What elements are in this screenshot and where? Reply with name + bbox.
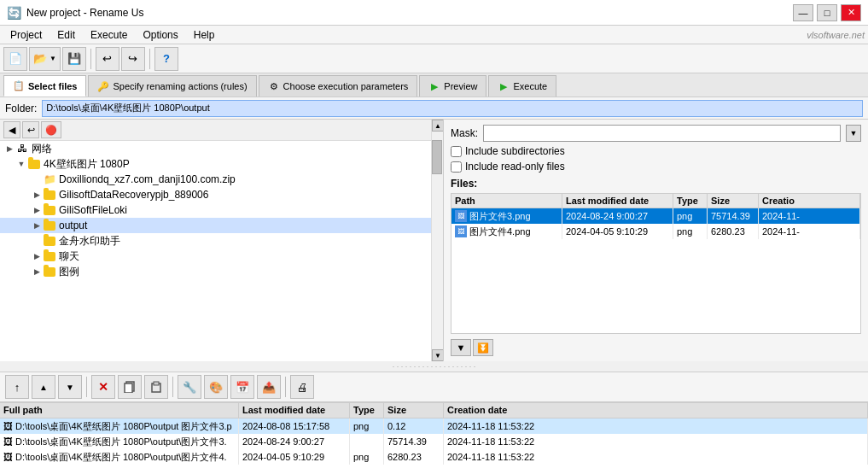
tree-item-output[interactable]: ▶ output bbox=[0, 218, 431, 233]
scroll-down-btn[interactable]: ▼ bbox=[432, 349, 444, 361]
menu-execute[interactable]: Execute bbox=[84, 27, 134, 43]
folder-input[interactable] bbox=[42, 100, 863, 117]
undo-btn[interactable]: ↩ bbox=[96, 47, 119, 71]
menu-edit[interactable]: Edit bbox=[50, 27, 82, 43]
results-body: 🖼 D:\tools\桌面\4K壁纸图片 1080P\output 图片文件3.… bbox=[0, 418, 868, 474]
scroll-thumb[interactable] bbox=[432, 140, 442, 174]
tree-item-gilis2[interactable]: ▶ GiliSoftFileLoki bbox=[0, 202, 431, 218]
result-path-2: 🖼 D:\tools\桌面\4K壁纸图片 1080P\output\图片文件4. bbox=[0, 449, 239, 465]
tree-item-examples[interactable]: ▶ 图例 bbox=[0, 264, 431, 279]
tab-preview-label: Preview bbox=[444, 81, 477, 91]
right-pane: Mask: ▼ Include subdirectories Include r… bbox=[444, 120, 868, 361]
results-col-path: Full path bbox=[0, 403, 239, 418]
folder-chat-icon bbox=[43, 249, 56, 263]
files-col-size: Size bbox=[708, 194, 759, 208]
btn-up[interactable]: ↑ bbox=[5, 375, 29, 399]
nav-arrow-down-end[interactable]: ⏬ bbox=[473, 339, 493, 356]
mask-dropdown[interactable]: ▼ bbox=[846, 125, 861, 142]
result-path-0: 🖼 D:\tools\桌面\4K壁纸图片 1080P\output 图片文件3.… bbox=[0, 418, 239, 434]
svg-rect-1 bbox=[125, 383, 132, 393]
scroll-track[interactable] bbox=[432, 132, 443, 349]
drag-handle[interactable]: · · · · · · · · · · · · · · · · · · · · bbox=[0, 361, 868, 372]
btn-up-small[interactable]: ▲ bbox=[32, 375, 55, 399]
open-btn[interactable]: 📂 ▼ bbox=[29, 47, 61, 71]
folder-label: Folder: bbox=[5, 102, 37, 114]
redo-btn[interactable]: ↪ bbox=[121, 47, 145, 71]
result-size-1: 75714.39 bbox=[384, 434, 444, 449]
file-size-0: 75714.39 bbox=[708, 208, 759, 224]
bottom-toolbar: ↑ ▲ ▼ ✕ 🔧 🎨 📅 📤 🖨 bbox=[0, 372, 868, 402]
file-creation-0: 2024-11- bbox=[759, 208, 860, 224]
files-table: Path Last modified date Type Size Creati… bbox=[451, 193, 861, 334]
tab-rename-actions[interactable]: 🔑 Specify renaming actions (rules) bbox=[88, 75, 256, 97]
scroll-up-btn[interactable]: ▲ bbox=[432, 120, 444, 132]
file-path-1: 🖼 图片文件4.png bbox=[451, 224, 562, 239]
tab-execute[interactable]: ▶ Execute bbox=[488, 75, 556, 97]
minimize-button[interactable]: — bbox=[793, 4, 813, 21]
mask-row: Mask: ▼ bbox=[451, 125, 861, 142]
btn-print[interactable]: 🖨 bbox=[290, 375, 314, 399]
tree-label-watermark: 金舟水印助手 bbox=[59, 234, 120, 249]
btn-action3[interactable]: 📅 bbox=[230, 375, 254, 399]
include-subdirs-checkbox[interactable] bbox=[451, 146, 462, 157]
tab-rename-actions-label: Specify renaming actions (rules) bbox=[113, 81, 247, 91]
results-row-1[interactable]: 🖼 D:\tools\桌面\4K壁纸图片 1080P\output\图片文件3.… bbox=[0, 434, 868, 449]
tree-scrollbar[interactable]: ▲ ▼ bbox=[431, 120, 443, 361]
file-tree[interactable]: ◀ ↩ 🔴 ▶ 🖧 网络 ▼ 4K壁纸图片 1080P bbox=[0, 120, 431, 361]
include-readonly-checkbox[interactable] bbox=[451, 161, 462, 173]
results-row-0[interactable]: 🖼 D:\tools\桌面\4K壁纸图片 1080P\output 图片文件3.… bbox=[0, 418, 868, 434]
tree-nav-left[interactable]: ◀ bbox=[3, 121, 20, 138]
folder-watermark-icon bbox=[43, 234, 56, 248]
nav-arrow-down[interactable]: ▼ bbox=[451, 339, 471, 356]
maximize-button[interactable]: □ bbox=[817, 4, 837, 21]
tree-item-network[interactable]: ▶ 🖧 网络 bbox=[0, 141, 431, 156]
tab-preview[interactable]: ▶ Preview bbox=[419, 75, 486, 97]
btm-sep3 bbox=[285, 377, 286, 397]
files-col-type: Type bbox=[673, 194, 708, 208]
toolbar: 📄 📂 ▼ 💾 ↩ ↪ ? bbox=[0, 44, 868, 73]
title-bar: 🔄 New project - Rename Us — □ ✕ bbox=[0, 0, 868, 26]
main-area: ◀ ↩ 🔴 ▶ 🖧 网络 ▼ 4K壁纸图片 1080P bbox=[0, 120, 868, 361]
result-type-1 bbox=[350, 434, 384, 449]
menu-options[interactable]: Options bbox=[136, 27, 184, 43]
file-size-1: 6280.23 bbox=[708, 224, 759, 239]
tab-select-files[interactable]: 📋 Select files bbox=[3, 75, 86, 97]
menu-project[interactable]: Project bbox=[3, 27, 49, 43]
btn-copy[interactable] bbox=[118, 375, 142, 399]
tree-nav-back[interactable]: ↩ bbox=[22, 121, 39, 138]
tree-item-zip[interactable]: ▶ 📁 Doxilliondq_xz7.com_danji100.com.zip bbox=[0, 172, 431, 187]
mask-input[interactable] bbox=[483, 125, 841, 142]
tree-item-watermark[interactable]: ▶ 金舟水印助手 bbox=[0, 233, 431, 249]
menu-help[interactable]: Help bbox=[187, 27, 222, 43]
subdirs-row: Include subdirectories bbox=[451, 145, 861, 157]
btn-action2[interactable]: 🎨 bbox=[204, 375, 228, 399]
btn-action1[interactable]: 🔧 bbox=[178, 375, 201, 399]
tree-arrow-network: ▶ bbox=[3, 143, 15, 155]
new-btn[interactable]: 📄 bbox=[3, 47, 27, 71]
tree-item-4k[interactable]: ▼ 4K壁纸图片 1080P bbox=[0, 156, 431, 172]
folder-gilis2-icon bbox=[43, 203, 56, 217]
preview-icon: ▶ bbox=[428, 80, 440, 92]
btn-paste[interactable] bbox=[144, 375, 168, 399]
close-button[interactable]: ✕ bbox=[841, 4, 861, 21]
mask-label: Mask: bbox=[451, 127, 478, 139]
tab-execution-params[interactable]: ⚙ Choose execution parameters bbox=[259, 75, 418, 97]
files-row-0[interactable]: 🖼 图片文件3.png 2024-08-24 9:00:27 png 75714… bbox=[451, 208, 860, 224]
btn-remove[interactable]: ✕ bbox=[91, 375, 115, 399]
file-type-1: png bbox=[673, 224, 708, 239]
btn-down-small[interactable]: ▼ bbox=[58, 375, 82, 399]
results-col-type: Type bbox=[350, 403, 384, 418]
tree-item-chat[interactable]: ▶ 聊天 bbox=[0, 249, 431, 264]
tree-item-gilis1[interactable]: ▶ GilisoftDataRecoverypjb_889006 bbox=[0, 187, 431, 202]
help-btn[interactable]: ? bbox=[154, 47, 178, 71]
tree-label-chat: 聊天 bbox=[59, 249, 79, 264]
save-btn[interactable]: 💾 bbox=[62, 47, 86, 71]
files-row-1[interactable]: 🖼 图片文件4.png 2024-04-05 9:10:29 png 6280.… bbox=[451, 224, 860, 239]
tree-nav-refresh[interactable]: 🔴 bbox=[41, 121, 61, 138]
nav-arrows: ▼ ⏬ bbox=[451, 339, 861, 356]
btn-action4[interactable]: 📤 bbox=[257, 375, 281, 399]
toolbar-sep2 bbox=[149, 49, 150, 69]
results-row-2[interactable]: 🖼 D:\tools\桌面\4K壁纸图片 1080P\output\图片文件4.… bbox=[0, 449, 868, 465]
results-col-creation: Creation date bbox=[444, 403, 868, 418]
result-creation-2: 2024-11-18 11:53:22 bbox=[444, 449, 868, 465]
